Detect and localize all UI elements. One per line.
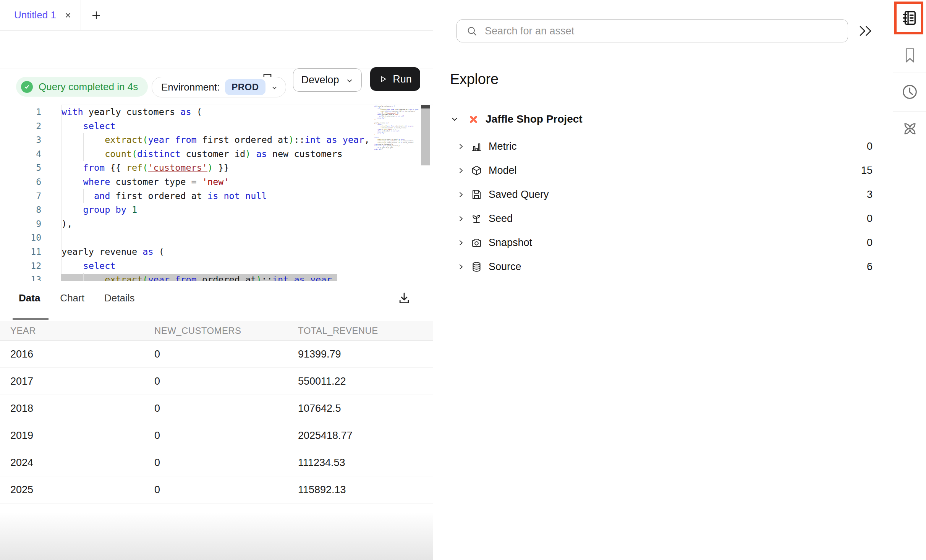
- file-tab-untitled-1[interactable]: Untitled 1: [0, 0, 81, 30]
- code-line: select: [62, 259, 433, 273]
- tree-item-label: Metric: [489, 141, 517, 152]
- table-cell: 0: [144, 375, 288, 387]
- code-line: select: [62, 119, 433, 133]
- tree-item-jaffle-shop-project[interactable]: Jaffle Shop Project: [450, 110, 873, 128]
- editor-toolbar: Develop Run: [0, 30, 433, 68]
- chevron-right-icon[interactable]: [457, 263, 465, 271]
- code-line: ),: [62, 217, 433, 231]
- source-icon: [471, 261, 482, 273]
- column-header: NEW_CUSTOMERS: [144, 325, 288, 336]
- explore-heading: Explore: [450, 71, 499, 87]
- code-area[interactable]: with yearly_customers as ( select extrac…: [61, 105, 433, 281]
- collapse-panel-icon[interactable]: [857, 24, 874, 37]
- code-line: [62, 231, 433, 245]
- new-tab-plus-icon[interactable]: [90, 9, 102, 21]
- table-cell: 107642.5: [288, 403, 433, 414]
- tree-item-label: Snapshot: [489, 237, 532, 249]
- table-cell: 111234.53: [288, 457, 433, 469]
- tree-item-source[interactable]: Source6: [433, 255, 873, 279]
- column-header: TOTAL_REVENUE: [288, 325, 433, 336]
- check-circle-icon: [21, 81, 33, 93]
- code-line: count(distinct customer_id) as new_custo…: [62, 147, 433, 161]
- asset-search-box[interactable]: [457, 19, 848, 42]
- run-button[interactable]: Run: [370, 67, 420, 91]
- query-status-badge: Query completed in 4s: [16, 77, 148, 97]
- rail-history-button[interactable]: [893, 83, 926, 100]
- tree-item-label: Saved Query: [489, 189, 549, 201]
- table-row: 20170550011.22: [0, 368, 433, 395]
- play-icon: [379, 74, 388, 84]
- tree-item-count: 3: [867, 189, 873, 201]
- table-cell: 2017: [0, 375, 144, 387]
- tree-item-label: Seed: [489, 213, 513, 225]
- rail-bookmark-button[interactable]: [893, 44, 926, 67]
- rail-notebook-button-active[interactable]: [894, 2, 923, 34]
- tree-item-count: 0: [867, 237, 873, 249]
- tree-item-seed[interactable]: Seed0: [433, 207, 873, 231]
- chevron-right-icon[interactable]: [457, 215, 465, 223]
- model-icon: [471, 165, 482, 176]
- metric-icon: [471, 141, 482, 152]
- table-cell: 2024: [0, 457, 144, 469]
- table-cell: 550011.22: [288, 375, 433, 387]
- results-tab-details[interactable]: Details: [104, 292, 134, 304]
- line-number-gutter: 12345678910111213: [0, 105, 61, 281]
- table-cell: 0: [144, 430, 288, 442]
- table-cell: 2018: [0, 403, 144, 414]
- code-line: from {{ ref('customers') }}: [62, 161, 433, 175]
- tree-item-saved-query[interactable]: Saved Query3: [433, 183, 873, 207]
- chevron-right-icon[interactable]: [457, 191, 465, 199]
- table-cell: 2025418.77: [288, 430, 433, 442]
- tree-item-snapshot[interactable]: Snapshot0: [433, 231, 873, 255]
- editor-pane: Untitled 1 Develop Run: [0, 0, 433, 560]
- tree-item-metric[interactable]: Metric0: [433, 134, 873, 159]
- results-tab-bar: DataChartDetails: [0, 281, 433, 321]
- code-line: where customer_type = 'new': [62, 175, 433, 189]
- file-tab-bar: Untitled 1: [0, 0, 433, 31]
- bottom-scroll-shade: [0, 512, 433, 560]
- download-icon[interactable]: [397, 291, 412, 306]
- tree-item-count: 6: [867, 261, 873, 273]
- rail-dbt-explore-button[interactable]: [893, 120, 926, 137]
- chevron-down-icon[interactable]: [450, 115, 459, 124]
- code-line: yearly_revenue as (: [62, 245, 433, 259]
- rail-divider: [893, 111, 926, 112]
- environment-value-badge: PROD: [225, 79, 265, 95]
- tree-item-count: 15: [861, 165, 873, 176]
- results-tab-chart[interactable]: Chart: [60, 292, 84, 304]
- tree-item-model[interactable]: Model15: [433, 159, 873, 183]
- results-table: YEARNEW_CUSTOMERSTOTAL_REVENUE 201609139…: [0, 321, 433, 503]
- tab-close-icon[interactable]: [64, 11, 72, 19]
- environment-selector[interactable]: Environment: PROD: [152, 77, 286, 97]
- sql-code-editor[interactable]: 12345678910111213 with yearly_customers …: [0, 105, 433, 281]
- scrollbar-annotation: [421, 105, 430, 108]
- code-line: extract(year from first_ordered_at)::int…: [62, 133, 433, 147]
- table-row: 20180107642.5: [0, 395, 433, 422]
- table-cell: 2016: [0, 348, 144, 360]
- table-cell: 115892.13: [288, 484, 433, 496]
- chevron-right-icon[interactable]: [457, 239, 465, 247]
- develop-button-label: Develop: [301, 74, 339, 86]
- file-tab-label: Untitled 1: [14, 9, 56, 21]
- results-tab-data[interactable]: Data: [19, 292, 40, 304]
- notebook-icon: [900, 9, 918, 27]
- scrollbar-thumb[interactable]: [421, 108, 430, 165]
- chevron-right-icon[interactable]: [457, 167, 465, 175]
- query-status-text: Query completed in 4s: [39, 81, 138, 93]
- develop-dropdown-button[interactable]: Develop: [293, 68, 362, 92]
- code-line: and first_ordered_at is not null: [62, 189, 433, 203]
- saved-query-icon: [471, 189, 482, 201]
- table-cell: 0: [144, 348, 288, 360]
- rail-divider: [893, 73, 926, 73]
- chevron-right-icon[interactable]: [457, 142, 465, 151]
- search-input[interactable]: [484, 25, 840, 37]
- rail-divider: [893, 147, 926, 147]
- editor-scrollbar[interactable]: [421, 105, 430, 280]
- table-header-row: YEARNEW_CUSTOMERSTOTAL_REVENUE: [0, 321, 433, 341]
- tree-item-count: 0: [867, 213, 873, 225]
- table-cell: 0: [144, 484, 288, 496]
- right-icon-rail: [893, 0, 926, 560]
- chevron-down-icon: [271, 84, 278, 91]
- code-line: with yearly_customers as (: [62, 105, 433, 119]
- table-row: 20250115892.13: [0, 476, 433, 503]
